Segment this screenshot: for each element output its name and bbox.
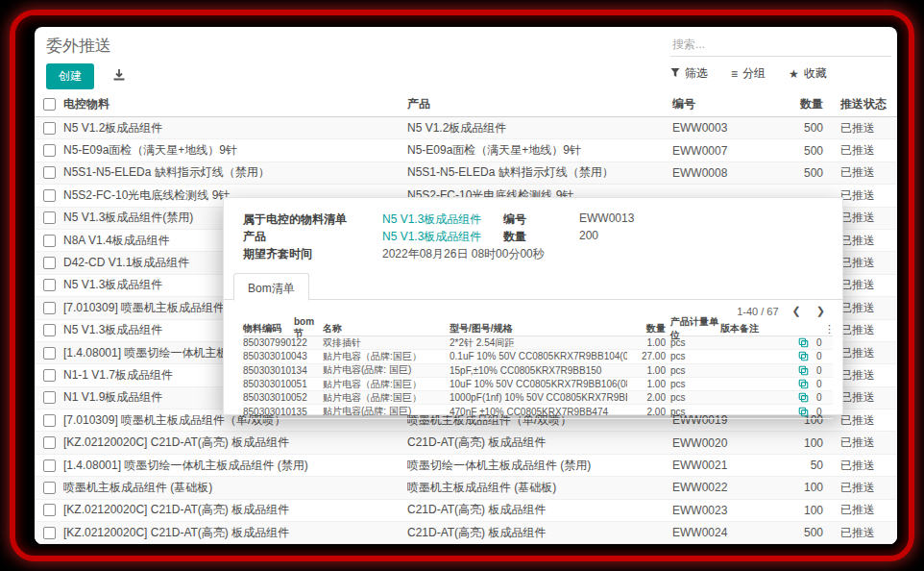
row-checkbox[interactable]	[43, 122, 56, 135]
tab-bom-list[interactable]: Bom清单	[233, 273, 309, 301]
row-checkbox[interactable]	[43, 257, 56, 269]
bom-row-uom: pcs	[666, 379, 720, 389]
bom-col-code[interactable]: 物料编码	[243, 322, 294, 335]
table-row[interactable]: N5 V1.2板成品组件 N5 V1.2板成品组件 EWW0003 500 已推…	[35, 117, 897, 139]
copy-icon[interactable]	[798, 365, 809, 376]
bom-detail-popover: 属于电控的物料清单 N5 V1.3板成品组件 编号 EWW0013 产品 N5 …	[223, 197, 843, 415]
row-checkbox[interactable]	[43, 527, 56, 539]
bom-of-link[interactable]: N5 V1.3板成品组件	[382, 211, 481, 228]
row-status: 已推送	[840, 277, 897, 293]
bom-row-name: 贴片电容（品牌:国巨）	[323, 391, 450, 405]
row-checkbox[interactable]	[43, 144, 56, 157]
row-checkbox[interactable]	[43, 211, 56, 224]
row-qty: 500	[768, 121, 823, 135]
col-header-material[interactable]: 电控物料	[63, 96, 407, 112]
bom-col-version[interactable]: 版本	[720, 322, 740, 335]
group-by-button[interactable]: ≡ 分组	[731, 65, 766, 82]
bom-row[interactable]: 850307990122 双排插针 2*2针 2.54间距 1.00 pcs 0	[243, 336, 833, 350]
bom-row-version-count: 0	[816, 392, 822, 403]
row-checkbox[interactable]	[43, 166, 56, 179]
row-checkbox[interactable]	[43, 235, 56, 247]
bom-row-uom: pcs	[666, 337, 720, 348]
row-qty: 100	[768, 436, 823, 450]
row-status: 已推送	[840, 367, 897, 384]
row-product: C21D-AT(高亮) 板成品组件	[407, 525, 672, 541]
bom-pager: 1-40 / 67 ❮ ❯	[737, 305, 827, 317]
table-row[interactable]: [KZ.02120020C] C21D-AT(高亮) 板成品组件 C21D-AT…	[35, 522, 897, 544]
row-checkbox[interactable]	[43, 459, 56, 472]
table-row[interactable]: [KZ.02120020C] C21D-AT(高亮) 板成品组件 C21D-AT…	[35, 500, 897, 522]
row-checkbox[interactable]	[43, 189, 56, 202]
row-status: 已推送	[840, 458, 897, 474]
product-link[interactable]: N5 V1.3板成品组件	[382, 229, 481, 245]
row-checkbox[interactable]	[43, 414, 56, 427]
row-product: N5S1-N5-ELEDa 缺料指示灯线（禁用）	[407, 164, 672, 181]
download-icon[interactable]	[111, 67, 127, 83]
search-input[interactable]	[670, 33, 891, 56]
col-header-code[interactable]: 编号	[672, 96, 768, 112]
filter-button[interactable]: 筛选	[670, 65, 708, 82]
group-icon: ≡	[731, 67, 738, 81]
row-checkbox[interactable]	[43, 324, 56, 336]
row-checkbox[interactable]	[43, 391, 56, 404]
row-status: 已推送	[840, 434, 897, 451]
filter-bar: 筛选 ≡ 分组 ★ 收藏	[670, 65, 827, 82]
table-row[interactable]: [KZ.02120020C] C21D-AT(高亮) 板成品组件 C21D-AT…	[35, 432, 897, 454]
row-checkbox[interactable]	[43, 347, 56, 360]
row-qty: 500	[768, 144, 823, 158]
bom-row[interactable]: 850303010043 贴片电容（品牌:国巨） 0.1uF 10% 50V C…	[243, 350, 833, 363]
bom-col-note[interactable]: 备注	[740, 322, 783, 335]
star-icon: ★	[789, 67, 799, 81]
bom-row[interactable]: 850303010134 贴片电容(品牌: 国巨) 15pF,±10% CC08…	[243, 364, 833, 378]
field-value-expected-time: 2022年08月26日 08时00分00秒	[382, 246, 545, 262]
bom-row-qty: 1.00	[627, 337, 666, 348]
table-row[interactable]: [1.4.08001] 喷墨切绘一体机主板成品组件 (禁用) 喷墨切绘一体机主板…	[35, 455, 897, 477]
col-header-product[interactable]: 产品	[407, 96, 672, 112]
row-checkbox[interactable]	[43, 436, 56, 449]
bom-col-name[interactable]: 名称	[323, 322, 450, 335]
bom-col-spec[interactable]: 型号/图号/规格	[450, 322, 627, 335]
copy-icon[interactable]	[798, 392, 809, 403]
bom-row[interactable]: 850303010052 贴片电容（品牌:国巨） 1000pF(1nf) 10%…	[243, 391, 833, 405]
row-checkbox[interactable]	[43, 279, 56, 291]
table-row[interactable]: 喷墨机主板成品组件 (基础板) 喷墨机主板成品组件 (基础板) EWW0022 …	[35, 477, 897, 499]
field-label-bom-of: 属于电控的物料清单	[243, 211, 347, 228]
row-material: N5S1-N5-ELEDa 缺料指示灯线（禁用）	[63, 164, 407, 181]
bom-row[interactable]: 850303010135 贴片电容(品牌: 国巨) 470nF ±10% CC0…	[243, 405, 833, 418]
copy-icon[interactable]	[798, 407, 809, 417]
bom-row-name: 贴片电容(品牌: 国巨)	[323, 405, 450, 418]
bom-row[interactable]: 850303010051 贴片电容（品牌:国巨） 10uF 10% 50V CC…	[243, 378, 833, 391]
pager-next-icon[interactable]: ❯	[815, 305, 827, 317]
page-title: 委外推送	[46, 35, 111, 57]
bom-table: 物料编码 bom节 名称 型号/图号/规格 数量 产品计量单位 版本 备注 85…	[243, 321, 833, 419]
copy-icon[interactable]	[798, 351, 809, 361]
col-header-qty[interactable]: 数量	[768, 96, 823, 112]
row-checkbox[interactable]	[43, 482, 56, 494]
row-checkbox[interactable]	[43, 369, 56, 382]
bom-row-spec: 10uF 10% 50V CC0805KRX7R9BB106(0805)	[450, 379, 627, 389]
row-checkbox[interactable]	[43, 302, 56, 314]
copy-icon[interactable]	[798, 379, 809, 389]
favorites-label: 收藏	[804, 65, 827, 82]
bom-row-version-count: 0	[816, 407, 822, 417]
bom-row-version-count: 0	[816, 379, 822, 389]
create-button[interactable]: 创建	[46, 63, 94, 89]
row-status: 已推送	[840, 480, 897, 496]
row-qty: 50	[768, 459, 823, 472]
table-row[interactable]: N5S1-N5-ELEDa 缺料指示灯线（禁用） N5S1-N5-ELEDa 缺…	[35, 162, 897, 185]
row-checkbox[interactable]	[43, 504, 56, 516]
bom-col-qty[interactable]: 数量	[627, 322, 666, 335]
bom-row-name: 贴片电容（品牌:国巨）	[323, 350, 450, 363]
copy-icon[interactable]	[798, 337, 809, 348]
bom-row-spec: 470nF ±10% CC0805KRX7R9BB474	[450, 407, 627, 417]
app-window: 委外推送 创建 筛选 ≡ 分组 ★ 收藏 电控物料 产品 编号 数量 推送状态	[35, 27, 897, 544]
search-box	[670, 33, 891, 57]
pager-prev-icon[interactable]: ❮	[790, 305, 803, 317]
col-header-status[interactable]: 推送状态	[840, 96, 897, 112]
bom-row-spec: 2*2针 2.54间距	[450, 336, 627, 350]
favorites-button[interactable]: ★ 收藏	[789, 65, 827, 82]
row-code: EWW0024	[672, 526, 768, 539]
field-label-product: 产品	[243, 229, 266, 245]
select-all-checkbox[interactable]	[43, 98, 56, 111]
table-row[interactable]: N5-E09a面检（满天星+地线）9针 N5-E09a面检（满天星+地线）9针 …	[35, 139, 897, 161]
